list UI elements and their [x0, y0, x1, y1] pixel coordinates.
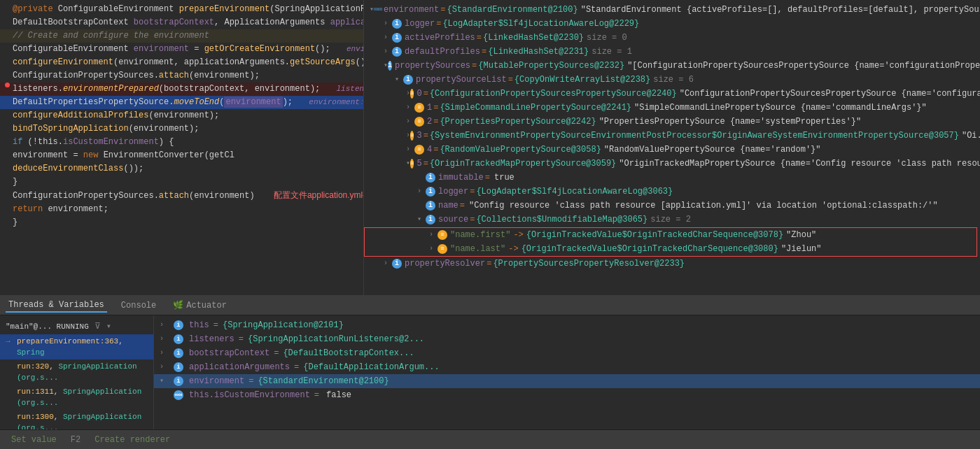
debug-tree-item[interactable]: ≡ 4 = {RandomValuePropertySource@3058} "…: [364, 143, 980, 157]
comment: // Create and configure the environment: [13, 31, 209, 41]
debug-tree-item[interactable]: ≡ 5 = {OriginTrackedMapPropertySource@30…: [364, 157, 980, 171]
code-text: return environment;: [10, 203, 358, 216]
stack-text: run:1300, SpringApplication (org.s...: [17, 411, 148, 429]
debug-tree-item[interactable]: ≡ 2 = {PropertiesPropertySource@2242} "P…: [364, 115, 980, 129]
debug-tree-item[interactable]: i activeProfiles = {LinkedHashSet@2230} …: [364, 31, 980, 45]
var-type: {LinkedHashSet@2231}: [488, 45, 589, 58]
var-type: {LinkedHashSet@2230}: [483, 31, 584, 44]
expand-arrow[interactable]: [429, 229, 438, 241]
expand-arrow[interactable]: [417, 185, 426, 198]
dropdown-arrow[interactable]: ▾: [106, 321, 111, 332]
expand-arrow[interactable]: [160, 376, 168, 387]
arr-icon: ≡: [438, 244, 447, 254]
function-call: attach: [159, 71, 189, 80]
var-val: "Jielun": [781, 243, 822, 255]
function-call: bindToSpringApplication: [13, 124, 129, 134]
debug-tree-item[interactable]: ≡ 3 = {SystemEnvironmentPropertySourceEn…: [364, 129, 980, 143]
keyword: new: [83, 150, 99, 160]
var-val: "StandardEnvironment {activeProfiles=[],…: [581, 3, 980, 16]
code-line: ConfigurationPropertySources.attach(envi…: [0, 69, 363, 83]
code-token: EnvironmentConverter(getCl: [98, 150, 234, 160]
var-val: "Zhou": [786, 229, 816, 241]
expand-arrow[interactable]: [384, 17, 392, 30]
expand-arrow[interactable]: [160, 348, 168, 359]
var-item[interactable]: i this = {SpringApplication@2101}: [154, 318, 980, 332]
field-icon: i: [392, 47, 402, 57]
stack-frame[interactable]: run:1311, SpringApplication (org.s...: [0, 385, 153, 410]
debug-tree[interactable]: ∞∞ environment = {StandardEnvironment@21…: [364, 0, 980, 295]
expand-arrow[interactable]: [417, 213, 426, 226]
stack-frame-active[interactable]: → prepareEnvironment:363, Spring: [0, 334, 153, 359]
expand-arrow[interactable]: [406, 101, 414, 114]
debug-tree-item[interactable]: i immutable = true: [364, 171, 980, 185]
code-text: // Create and configure the environment: [10, 29, 358, 43]
var-eq: =: [433, 101, 438, 114]
function-call: getSourceArgs: [290, 57, 356, 67]
expand-arrow[interactable]: [384, 257, 392, 270]
var-name: applicationArguments: [189, 362, 290, 373]
var-type: {CopyOnWriteArrayList@2238}: [514, 73, 650, 86]
var-item[interactable]: i bootstrapContext = {DefaultBootstrapCo…: [154, 346, 980, 360]
debug-tree-item[interactable]: i source = {Collections$UnmodifiableMap@…: [364, 213, 980, 227]
param: bootstrapContext: [134, 17, 214, 27]
name-first-container: ≡ "name.first" -> {OriginTrackedValue$Or…: [364, 227, 977, 257]
function-call: getOrCreateEnvironment: [204, 44, 315, 54]
expand-arrow[interactable]: [384, 31, 392, 44]
method: moveToEnd: [174, 97, 219, 107]
tab-console[interactable]: Console: [118, 299, 159, 312]
var-item[interactable]: i applicationArguments = {DefaultApplica…: [154, 360, 980, 374]
debug-tree-item[interactable]: i propertySources = {MutablePropertySour…: [364, 59, 980, 73]
expand-arrow[interactable]: [395, 73, 403, 86]
var-eq: =: [477, 31, 482, 44]
var-name: this: [189, 320, 209, 331]
expand-arrow[interactable]: [160, 334, 168, 345]
code-text: }: [10, 176, 358, 189]
debug-tree-item[interactable]: ≡ 1 = {SimpleCommandLinePropertySource@2…: [364, 101, 980, 115]
expand-arrow[interactable]: [160, 320, 168, 331]
code-token: }: [13, 177, 18, 187]
filter-icon[interactable]: ⊽: [94, 321, 101, 332]
expand-arrow[interactable]: [384, 45, 392, 58]
create-renderer-button[interactable]: Create renderer: [92, 434, 173, 446]
var-item[interactable]: ∞∞ this.isCustomEnvironment = false: [154, 388, 980, 402]
obj-icon: i: [174, 376, 183, 386]
code-token: (environment);: [129, 124, 200, 134]
stack-frame[interactable]: run:1300, SpringApplication (org.s...: [0, 410, 153, 429]
debug-root-item[interactable]: ∞∞ environment = {StandardEnvironment@21…: [364, 3, 980, 17]
debug-tree-item[interactable]: i propertyResolver = {PropertySourcesPro…: [364, 257, 980, 271]
code-line: return environment;: [0, 203, 363, 216]
debug-tree-item[interactable]: i defaultProfiles = {LinkedHashSet@2231}…: [364, 45, 980, 59]
var-eq: =: [294, 362, 299, 373]
expand-arrow[interactable]: [429, 243, 438, 255]
var-eq: =: [482, 45, 486, 58]
var-eq: =: [214, 320, 218, 331]
debug-tree-item[interactable]: i logger = {LogAdapter$Slf4jLocationAwar…: [364, 185, 980, 199]
leaf-icon: 🌿: [173, 300, 183, 311]
var-item-active[interactable]: i environment = {StandardEnvironment@210…: [154, 374, 980, 388]
code-token: ConfigurableEnvironment: [53, 4, 179, 14]
function-call: attach: [159, 191, 189, 201]
debug-tree-item[interactable]: i logger = {LogAdapter$Slf4jLocationAwar…: [364, 17, 980, 31]
tab-threads-variables[interactable]: Threads & Variables: [6, 299, 107, 313]
code-line: ConfigurationPropertySources.attach(envi…: [0, 189, 363, 203]
inline-hint: environment: "StandardEnvironment {activ…: [309, 98, 363, 106]
expand-arrow[interactable]: [406, 115, 414, 128]
debug-tree-item[interactable]: i propertySourceList = {CopyOnWriteArray…: [364, 73, 980, 87]
function-call: configureEnvironment: [13, 57, 113, 67]
code-line: DefaultBootstrapContext bootstrapContext…: [0, 16, 363, 29]
expand-arrow[interactable]: [406, 143, 414, 156]
debug-name-last[interactable]: ≡ "name.last" -> {OriginTrackedValue$Ori…: [429, 242, 976, 256]
stack-frame[interactable]: run:320, SpringApplication (org.s...: [0, 359, 153, 385]
var-eq: ->: [513, 229, 523, 241]
debug-tree-item[interactable]: i name = "Config resource 'class path re…: [364, 199, 980, 213]
tab-actuator[interactable]: 🌿 Actuator: [170, 299, 230, 312]
var: environment: [134, 44, 189, 54]
debug-tree-item[interactable]: ≡ 0 = {ConfigurationPropertySourcesPrope…: [364, 87, 980, 101]
var-item[interactable]: i listeners = {SpringApplicationRunListe…: [154, 332, 980, 346]
var-size: size = 0: [587, 31, 627, 44]
var-name: defaultProfiles: [405, 45, 480, 58]
code-text: }: [10, 216, 358, 229]
set-value-button[interactable]: Set value: [8, 434, 59, 446]
expand-arrow[interactable]: [160, 362, 168, 373]
debug-name-first[interactable]: ≡ "name.first" -> {OriginTrackedValue$Or…: [429, 228, 976, 242]
